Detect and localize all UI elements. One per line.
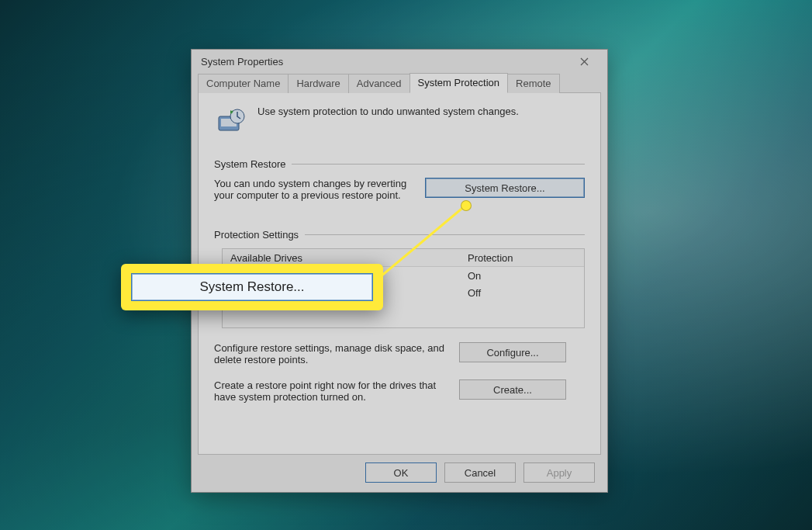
divider — [292, 164, 585, 165]
system-restore-button[interactable]: System Restore... — [425, 178, 585, 198]
tab-hardware[interactable]: Hardware — [288, 74, 348, 93]
apply-button: Apply — [523, 462, 595, 483]
tab-system-protection[interactable]: System Protection — [409, 73, 509, 93]
restore-description: You can undo system changes by reverting… — [214, 178, 413, 201]
drive-protection: On — [463, 270, 584, 282]
titlebar[interactable]: System Properties — [192, 50, 607, 73]
tab-advanced[interactable]: Advanced — [348, 74, 410, 93]
intro-text: Use system protection to undo unwanted s… — [257, 106, 519, 117]
create-description: Create a restore point right now for the… — [214, 379, 447, 403]
dialog-button-row: OK Cancel Apply — [365, 462, 595, 483]
divider — [305, 234, 585, 235]
highlight-system-restore-button[interactable]: System Restore... — [131, 273, 373, 301]
tab-remote[interactable]: Remote — [507, 74, 560, 93]
col-header-protection: Protection — [463, 252, 584, 264]
system-protection-icon — [214, 106, 247, 138]
tabstrip: Computer Name Hardware Advanced System P… — [192, 73, 607, 93]
group-protection-settings-title: Protection Settings — [214, 229, 299, 241]
drive-protection: Off — [463, 287, 584, 299]
group-system-restore-header: System Restore — [214, 158, 585, 170]
highlight-callout: System Restore... — [121, 264, 383, 310]
create-restore-point-button[interactable]: Create... — [459, 379, 566, 400]
configure-description: Configure restore settings, manage disk … — [214, 342, 447, 365]
close-button[interactable] — [567, 50, 601, 72]
group-system-restore-title: System Restore — [214, 158, 285, 170]
dialog-title: System Properties — [201, 56, 567, 68]
close-icon — [580, 57, 589, 66]
pointer-dot — [461, 200, 472, 211]
configure-button[interactable]: Configure... — [459, 342, 566, 362]
cancel-button[interactable]: Cancel — [444, 462, 516, 483]
tab-computer-name[interactable]: Computer Name — [198, 74, 289, 93]
col-header-drive: Available Drives — [223, 252, 463, 264]
ok-button[interactable]: OK — [365, 462, 437, 483]
group-protection-settings-header: Protection Settings — [214, 229, 585, 241]
